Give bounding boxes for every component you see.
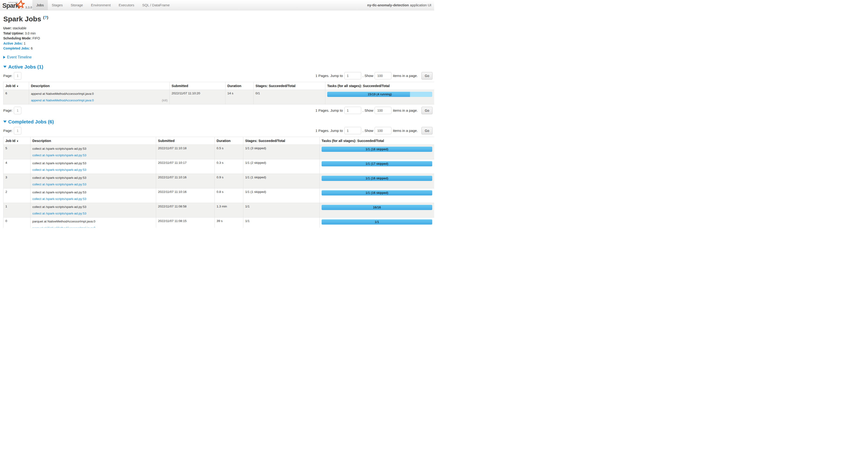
stages-cell: 1/1 (3 skipped)	[243, 145, 320, 159]
help-link[interactable]: ?	[44, 15, 47, 20]
col-tasks[interactable]: Tasks (for all stages): Succeeded/Total	[320, 137, 434, 145]
col-stages[interactable]: Stages: Succeeded/Total	[254, 82, 326, 90]
go-button[interactable]: Go	[422, 127, 432, 135]
pages-jump-text: 1 Pages. Jump to	[315, 74, 343, 78]
tasks-progress-bar: 1/1 (16 skipped)	[321, 176, 432, 181]
job-description: collect at /spark-scripts/spark-ad.py:53	[32, 161, 154, 165]
application-title: ny-tlc-anomaly-detection application UI	[367, 0, 434, 10]
completed-jobs-link[interactable]: Completed Jobs:	[3, 47, 30, 50]
job-id-cell: 6	[3, 90, 29, 104]
description-cell: append at NativeMethodAccessorImpl.java:…	[29, 90, 170, 104]
col-description[interactable]: Description	[30, 137, 156, 145]
col-submitted[interactable]: Submitted	[170, 82, 225, 90]
tab-storage[interactable]: Storage	[67, 0, 87, 10]
duration-cell: 39 s	[215, 217, 243, 228]
job-description: collect at /spark-scripts/spark-ad.py:53	[32, 175, 154, 180]
completed-job-row: 4collect at /spark-scripts/spark-ad.py:5…	[3, 159, 434, 174]
summary-total-uptime: Total Uptime: 3.0 min	[3, 31, 432, 36]
progress-label: 1/1	[321, 219, 432, 225]
col-job-id[interactable]: Job Id ▼	[3, 137, 30, 145]
job-description: parquet at NativeMethodAccessorImpl.java…	[32, 219, 154, 224]
show-text: . Show	[363, 129, 373, 133]
spark-logo: APACHE Spark TM	[2, 0, 24, 10]
jump-to-page-input[interactable]	[344, 107, 361, 114]
jump-to-page-input[interactable]	[344, 127, 361, 134]
job-description: collect at /spark-scripts/spark-ad.py:53	[32, 146, 154, 151]
items-per-page-input[interactable]	[375, 107, 392, 114]
job-id-cell: 5	[3, 145, 30, 159]
completed-job-row: 0parquet at NativeMethodAccessorImpl.jav…	[3, 217, 434, 228]
tasks-cell: 16/16	[320, 203, 434, 217]
submitted-cell: 2022/11/07 11:08:58	[156, 203, 215, 217]
items-per-page-input[interactable]	[375, 127, 392, 134]
spark-brand: APACHE Spark TM 3.3.0	[0, 0, 32, 10]
event-timeline-toggle[interactable]: Event Timeline	[3, 55, 432, 59]
pagination-completed-top: Page: 1 Pages. Jump to . Show items in a…	[2, 127, 432, 135]
duration-cell: 0.9 s	[215, 174, 243, 188]
stages-cell: 1/1 (2 skipped)	[243, 159, 320, 174]
kill-job-link[interactable]: (kill)	[162, 98, 167, 103]
job-description-link[interactable]: collect at /spark-scripts/spark-ad.py:53	[32, 168, 86, 172]
col-submitted[interactable]: Submitted	[156, 137, 215, 145]
description-cell: collect at /spark-scripts/spark-ad.py:53…	[30, 145, 156, 159]
show-text: . Show	[363, 108, 373, 112]
sort-desc-icon: ▼	[17, 140, 19, 142]
tasks-cell: 1/1 (16 skipped)	[320, 188, 434, 203]
tasks-cell: 1/1 (17 skipped)	[320, 159, 434, 174]
tab-stages[interactable]: Stages	[48, 0, 67, 10]
job-description-link[interactable]: parquet at NativeMethodAccessorImpl.java…	[32, 226, 95, 228]
job-description-link[interactable]: collect at /spark-scripts/spark-ad.py:53	[32, 182, 86, 187]
stages-cell: 0/1	[254, 90, 326, 104]
progress-label: 1/1 (18 skipped)	[321, 147, 432, 152]
tasks-cell: 1/1	[320, 217, 434, 228]
tab-executors[interactable]: Executors	[115, 0, 138, 10]
items-per-page-input[interactable]	[375, 72, 392, 79]
spark-star-icon	[16, 0, 25, 9]
submitted-cell: 2022/11/07 11:10:18	[156, 145, 215, 159]
job-description-link[interactable]: collect at /spark-scripts/spark-ad.py:53	[32, 211, 86, 216]
pages-jump-text: 1 Pages. Jump to	[315, 129, 343, 133]
tab-environment[interactable]: Environment	[87, 0, 115, 10]
page-number-input[interactable]	[14, 127, 21, 135]
tab-sql-dataframe[interactable]: SQL / DataFrame	[138, 0, 174, 10]
col-duration[interactable]: Duration	[215, 137, 243, 145]
tab-jobs[interactable]: Jobs	[32, 0, 48, 10]
active-jobs-link[interactable]: Active Jobs:	[3, 41, 23, 45]
go-button[interactable]: Go	[422, 72, 432, 80]
col-job-id[interactable]: Job Id ▼	[3, 82, 29, 90]
completed-job-row: 1collect at /spark-scripts/spark-ad.py:5…	[3, 203, 434, 217]
col-description[interactable]: Description	[29, 82, 170, 90]
job-id-cell: 3	[3, 174, 30, 188]
job-id-cell: 1	[3, 203, 30, 217]
jump-to-page-input[interactable]	[344, 72, 361, 79]
duration-cell: 0.5 s	[215, 145, 243, 159]
go-button[interactable]: Go	[422, 107, 432, 114]
tasks-cell: 1/1 (18 skipped)	[320, 145, 434, 159]
tasks-progress-bar: 1/1 (18 skipped)	[321, 147, 432, 152]
col-tasks[interactable]: Tasks (for all stages): Succeeded/Total	[326, 82, 434, 90]
tasks-cell: 1/1 (16 skipped)	[320, 174, 434, 188]
submitted-cell: 2022/11/07 11:10:17	[156, 159, 215, 174]
job-description: collect at /spark-scripts/spark-ad.py:53	[32, 205, 154, 209]
job-description-link[interactable]: collect at /spark-scripts/spark-ad.py:53	[32, 153, 86, 158]
submitted-cell: 2022/11/07 11:10:20	[170, 90, 225, 104]
progress-label: 1/1 (16 skipped)	[321, 190, 432, 196]
col-stages[interactable]: Stages: Succeeded/Total	[243, 137, 320, 145]
chevron-down-icon	[3, 121, 6, 123]
job-id-cell: 2	[3, 188, 30, 203]
page-number-input[interactable]	[14, 72, 21, 80]
submitted-cell: 2022/11/07 11:10:16	[156, 174, 215, 188]
progress-label: 15/19 (4 running)	[327, 92, 432, 97]
job-description-link[interactable]: append at NativeMethodAccessorImpl.java:…	[31, 98, 94, 103]
stages-cell: 1/1 (1 skipped)	[243, 174, 320, 188]
progress-label: 16/16	[321, 205, 432, 210]
page-number-input[interactable]	[14, 107, 21, 114]
active-jobs-section-header[interactable]: Active Jobs (1)	[3, 64, 432, 70]
chevron-down-icon	[3, 66, 6, 68]
col-duration[interactable]: Duration	[225, 82, 254, 90]
completed-jobs-section-header[interactable]: Completed Jobs (6)	[3, 119, 432, 124]
duration-cell: 1.3 min	[215, 203, 243, 217]
items-in-page-text: items in a page.	[393, 108, 418, 112]
job-description-link[interactable]: collect at /spark-scripts/spark-ad.py:53	[32, 197, 86, 201]
tasks-progress-bar: 15/19 (4 running)	[327, 92, 432, 97]
